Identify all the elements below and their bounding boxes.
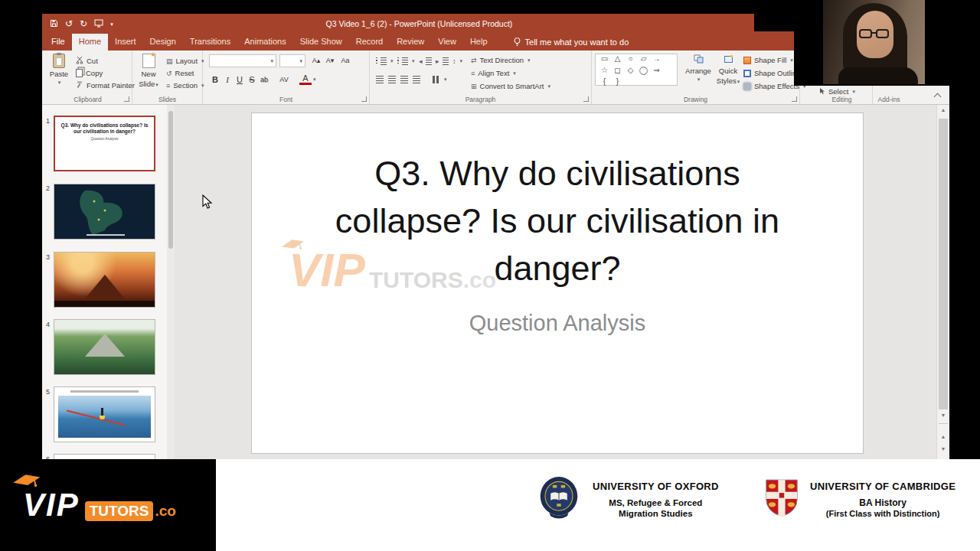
collapse-ribbon-icon[interactable] — [934, 93, 942, 101]
thumbnail-slide-3[interactable] — [54, 252, 155, 308]
thumbnail-panel-scrollbar-thumb[interactable] — [168, 111, 173, 249]
text-direction-button[interactable]: ⇄Text Direction▾ — [471, 54, 531, 66]
layout-button[interactable]: ▤ Layout ▾ — [166, 55, 204, 67]
thumbnail-slide-2[interactable] — [54, 184, 155, 240]
shrink-font-button[interactable]: A▾ — [324, 54, 336, 67]
font-color-dropdown-icon[interactable]: ▾ — [313, 77, 316, 83]
italic-button[interactable]: I — [221, 73, 234, 86]
convert-smartart-button[interactable]: ⊞Convert to SmartArt▾ — [471, 80, 550, 92]
increase-indent-button[interactable]: ▸ — [436, 55, 449, 67]
char-spacing-button[interactable]: AV — [276, 73, 292, 86]
tab-view[interactable]: View — [431, 34, 463, 51]
numbering-button[interactable]: ▾ — [397, 55, 415, 67]
next-slide-icon[interactable]: ▼ — [937, 446, 949, 452]
font-dialog-launcher[interactable] — [361, 96, 367, 102]
thumbnail-slide-5[interactable] — [54, 386, 155, 442]
oxford-degree-line-1: MS, Refugee & Forced — [593, 497, 719, 508]
thumbnail-slide-1[interactable]: Q3. Why do civilisations collapse? Is ou… — [54, 116, 155, 171]
mouse-cursor — [202, 194, 213, 213]
columns-button[interactable]: ▾ — [433, 73, 447, 85]
slide-subtitle[interactable]: Question Analysis — [252, 311, 863, 336]
scroll-down-icon[interactable]: ▼ — [937, 412, 949, 418]
tab-transitions[interactable]: Transitions — [183, 34, 237, 51]
grow-font-button[interactable]: A▴ — [310, 54, 322, 67]
paste-button[interactable]: Paste ▾ — [47, 54, 71, 86]
thumbnail-subtitle: Question Analysis — [55, 137, 154, 141]
main-scrollbar[interactable]: ▲ ▼ ▲ ▼ — [936, 105, 949, 459]
align-right-button[interactable] — [400, 73, 408, 85]
tab-file[interactable]: File — [44, 34, 72, 51]
redo-icon[interactable]: ↻ — [80, 19, 87, 28]
shape-triangle-icon[interactable]: △ — [613, 54, 622, 63]
arrange-button[interactable]: Arrange ▾ — [684, 54, 713, 83]
justify-button[interactable] — [413, 73, 420, 85]
tab-slide-show[interactable]: Slide Show — [293, 34, 349, 51]
text-shadow-button[interactable]: ab — [258, 73, 270, 86]
previous-slide-icon[interactable]: ▲ — [937, 434, 949, 439]
underline-button[interactable]: U — [234, 73, 246, 86]
current-slide[interactable]: Q3. Why do civilisations collapse? Is ou… — [251, 112, 864, 454]
tab-insert[interactable]: Insert — [108, 34, 143, 51]
section-button[interactable]: ≡ Section ▾ — [166, 80, 204, 91]
quick-styles-button[interactable]: Quick Styles▾ — [714, 54, 742, 85]
select-cursor-icon — [819, 87, 825, 96]
change-case-button[interactable]: Aa — [339, 54, 351, 67]
align-text-label: Align Text — [478, 69, 509, 77]
reset-button[interactable]: ↺ Reset — [166, 67, 194, 79]
shape-brace-right-icon[interactable]: } — [613, 77, 622, 86]
shape-diamond-icon[interactable]: ◇ — [626, 66, 635, 74]
font-name-combo[interactable]: ▾ — [209, 54, 276, 67]
addins-group-label: Add-ins — [861, 96, 916, 103]
shape-star-icon[interactable]: ☆ — [600, 66, 609, 74]
thumbnail-panel-scrollbar[interactable] — [167, 105, 175, 459]
tab-record[interactable]: Record — [349, 34, 390, 51]
shape-arrow-icon[interactable]: → — [652, 54, 661, 63]
select-label: Select — [828, 87, 848, 96]
shape-oval-icon[interactable]: ◯ — [639, 66, 648, 74]
shape-fill-icon — [743, 57, 751, 64]
cut-button[interactable]: Cut — [76, 55, 98, 67]
drawing-dialog-launcher[interactable] — [792, 96, 797, 102]
scroll-up-icon[interactable]: ▲ — [937, 107, 949, 112]
clipboard-dialog-launcher[interactable] — [124, 96, 129, 102]
oxford-crest-icon — [538, 474, 580, 526]
paragraph-dialog-launcher[interactable] — [583, 96, 589, 102]
qat-customize-icon[interactable]: ▾ — [110, 21, 113, 27]
new-slide-button[interactable]: New Slide▾ — [135, 54, 162, 88]
shape-parallelogram-icon[interactable]: ▱ — [639, 54, 648, 63]
bullets-button[interactable]: ▾ — [376, 55, 394, 67]
shape-square-icon[interactable]: ◻ — [613, 66, 622, 74]
decrease-indent-button[interactable]: ◂ — [419, 55, 432, 67]
align-left-button[interactable] — [376, 73, 384, 85]
window-title: Q3 Video 1_6 (2) - PowerPoint (Unlicense… — [42, 19, 796, 28]
shape-brace-left-icon[interactable]: { — [600, 77, 609, 86]
font-size-combo[interactable]: ▾ — [279, 54, 305, 67]
tab-design[interactable]: Design — [143, 34, 183, 51]
format-painter-button[interactable]: Format Painter — [76, 80, 135, 91]
shape-block-arrow-icon[interactable]: ⇒ — [652, 66, 661, 74]
save-icon[interactable] — [50, 17, 58, 31]
font-color-button[interactable]: A — [299, 73, 312, 85]
start-slideshow-icon[interactable] — [94, 17, 103, 31]
thumbnail-slide-4[interactable] — [54, 319, 155, 375]
slide-editing-area: Q3. Why do civilisations collapse? Is ou… — [175, 105, 936, 459]
strikethrough-button[interactable]: S — [246, 73, 258, 86]
align-text-button[interactable]: ≡Align Text▾ — [471, 67, 516, 79]
increase-indent-lines-icon — [443, 57, 449, 65]
shapes-gallery[interactable]: ▭ △ ○ ▱ → ☆ ◻ ◇ ◯ ⇒ { } — [595, 54, 678, 86]
line-spacing-button[interactable]: ↕▾ — [452, 55, 462, 67]
tab-help[interactable]: Help — [463, 34, 495, 51]
tab-review[interactable]: Review — [390, 34, 431, 51]
copy-button[interactable]: Copy — [76, 67, 103, 79]
shape-rectangle-icon[interactable]: ▭ — [600, 54, 609, 63]
tab-animations[interactable]: Animations — [237, 34, 292, 51]
undo-icon[interactable]: ↺ — [65, 19, 73, 28]
shape-fill-button[interactable]: Shape Fill▾ — [743, 54, 793, 66]
shape-circle-icon[interactable]: ○ — [626, 54, 635, 63]
tell-me-box[interactable]: Tell me what you want to do — [513, 34, 629, 51]
main-scrollbar-thumb[interactable] — [939, 119, 948, 409]
bold-button[interactable]: B — [209, 73, 221, 86]
tab-home[interactable]: Home — [72, 34, 108, 51]
thumbnail-slide-6[interactable] — [54, 454, 155, 459]
align-center-button[interactable] — [388, 73, 396, 85]
